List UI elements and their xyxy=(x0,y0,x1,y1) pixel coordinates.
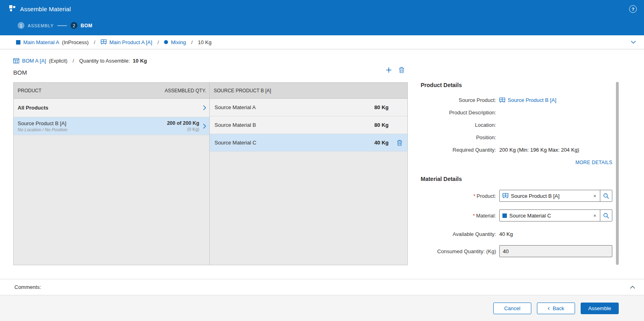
step-1-circle: 1 xyxy=(18,22,24,29)
breadcrumb-quantity: 10 Kg xyxy=(198,39,211,45)
step-2-circle: 2 xyxy=(71,22,77,29)
product-row-title: Source Product B [A] xyxy=(18,120,67,126)
bom-section-title: BOM xyxy=(13,69,27,76)
material-row[interactable]: Source Material B 80 Kg xyxy=(210,116,407,134)
search-icon[interactable] xyxy=(600,210,612,221)
all-products-row[interactable]: All Products xyxy=(14,99,209,117)
bom-toolbar xyxy=(386,67,404,73)
app-icon xyxy=(9,5,16,13)
col-assembled-qty: ASSEMBLED QTY. xyxy=(165,88,206,93)
material-icon xyxy=(502,213,507,218)
bom-type: (Explicit) xyxy=(49,58,67,64)
assemble-button[interactable]: Assemble xyxy=(581,303,619,314)
bom-table-icon xyxy=(13,58,19,63)
product-icon xyxy=(499,98,505,103)
details-panel: Product Details Source Product: Source P… xyxy=(421,82,612,265)
consumed-qty-row: Consumed Quantity: (Kg) xyxy=(421,245,612,257)
materials-header: SOURCE PRODUCT B [A] xyxy=(210,83,407,99)
breadcrumb-separator: / xyxy=(158,39,159,45)
bom-table: PRODUCT ASSEMBLED QTY. All Products Sour… xyxy=(13,82,408,265)
detail-row: Position: xyxy=(421,131,612,144)
chevron-down-icon[interactable] xyxy=(631,41,636,44)
app-header: Assemble Material ? 1 ASSEMBLY 2 BOM xyxy=(0,0,644,35)
chevron-up-icon[interactable] xyxy=(630,286,635,289)
step-1-label: ASSEMBLY xyxy=(28,23,54,28)
detail-row: Source Product: Source Product B [A] xyxy=(421,94,612,106)
breadcrumb-separator: / xyxy=(94,39,95,45)
materials-pane: SOURCE PRODUCT B [A] Source Material A 8… xyxy=(209,83,407,265)
clear-icon[interactable]: × xyxy=(589,213,600,219)
col-product: PRODUCT xyxy=(18,88,41,93)
material-icon xyxy=(16,40,20,45)
detail-row: Product Description: xyxy=(421,106,612,119)
context-breadcrumb: Main Material A (InProcess) / Main Produ… xyxy=(0,35,644,49)
product-field-row: *Product: Source Product B [A] × xyxy=(421,190,612,202)
required-asterisk: * xyxy=(473,213,475,219)
materials-empty-area xyxy=(210,152,407,265)
product-selector[interactable]: Source Product B [A] × xyxy=(499,190,612,202)
product-row-subtitle: No Location / No Position xyxy=(18,127,67,132)
breadcrumb-operation-link[interactable]: Mixing xyxy=(171,39,186,45)
more-details-link[interactable]: MORE DETAILS xyxy=(575,160,612,165)
bom-breadcrumb: BOM A [A] (Explicit) / Quantity to Assem… xyxy=(13,58,147,64)
bom-link[interactable]: BOM A [A] xyxy=(22,58,46,64)
product-selector-value: Source Product B [A] xyxy=(511,193,589,199)
material-details-title: Material Details xyxy=(421,176,612,182)
chevron-left-icon: ‹ xyxy=(548,305,550,311)
material-field-row: *Material: Source Material C × xyxy=(421,209,612,221)
material-row-selected[interactable]: Source Material C 40 Kg xyxy=(210,134,407,152)
step-2-label: BOM xyxy=(81,23,93,28)
product-icon xyxy=(502,193,508,199)
breadcrumb-product-link[interactable]: Main Product A [A] xyxy=(109,39,152,45)
operation-icon xyxy=(164,40,168,44)
delete-icon[interactable] xyxy=(399,67,404,73)
comments-label: Comments: xyxy=(14,284,41,290)
comments-section: Comments: xyxy=(0,279,644,295)
required-qty-value: 200 Kg (Min: 196 Kg Max: 204 Kg) xyxy=(499,147,579,153)
wizard-steps: 1 ASSEMBLY 2 BOM xyxy=(18,22,93,29)
cancel-button[interactable]: Cancel xyxy=(493,303,531,314)
products-empty-area xyxy=(14,135,209,265)
products-header: PRODUCT ASSEMBLED QTY. xyxy=(14,83,209,99)
assemble-qty-label: Quantity to Assemble: xyxy=(79,58,130,64)
breadcrumb-separator: / xyxy=(191,39,193,45)
chevron-right-icon xyxy=(203,124,206,129)
help-icon[interactable]: ? xyxy=(629,5,637,13)
delete-row-icon[interactable] xyxy=(397,140,402,146)
material-row[interactable]: Source Material A 80 Kg xyxy=(210,99,407,116)
assemble-material-window: Assemble Material ? 1 ASSEMBLY 2 BOM Mai… xyxy=(0,0,644,321)
source-product-link[interactable]: Source Product B [A] xyxy=(508,97,556,103)
detail-row: Required Quantity: 200 Kg (Min: 196 Kg M… xyxy=(421,144,612,156)
breadcrumb-material-link[interactable]: Main Material A xyxy=(23,39,59,45)
page-title: Assemble Material xyxy=(20,6,71,12)
consumed-quantity-input[interactable] xyxy=(499,245,612,257)
vertical-scrollbar[interactable] xyxy=(616,82,619,265)
product-icon xyxy=(101,39,107,45)
step-bom[interactable]: 2 BOM xyxy=(71,22,93,29)
search-icon[interactable] xyxy=(600,190,612,201)
required-asterisk: * xyxy=(474,193,476,199)
detail-row: Location: xyxy=(421,119,612,131)
step-assembly[interactable]: 1 ASSEMBLY xyxy=(18,22,54,29)
add-row-icon[interactable] xyxy=(386,67,392,73)
back-button[interactable]: ‹ Back xyxy=(537,303,575,314)
footer-bar: Cancel ‹ Back Assemble xyxy=(0,295,644,321)
product-row-qty: 200 of 200 Kg xyxy=(167,120,199,126)
chevron-right-icon xyxy=(203,105,206,110)
available-qty-value: 40 Kg xyxy=(499,231,513,237)
material-selector[interactable]: Source Material C × xyxy=(499,209,612,221)
product-details-title: Product Details xyxy=(421,82,612,88)
available-qty-row: Available Quantity: 40 Kg xyxy=(421,229,612,239)
product-row-qty-sub: (0 Kg) xyxy=(167,127,199,132)
breadcrumb-separator: / xyxy=(73,58,74,64)
product-row-selected[interactable]: Source Product B [A] No Location / No Po… xyxy=(14,117,209,135)
clear-icon[interactable]: × xyxy=(589,193,600,199)
material-status: (InProcess) xyxy=(62,39,89,45)
col-source-product: SOURCE PRODUCT B [A] xyxy=(214,88,271,93)
products-pane: PRODUCT ASSEMBLED QTY. All Products Sour… xyxy=(14,83,209,265)
assemble-qty-value: 10 Kg xyxy=(133,58,147,64)
step-connector xyxy=(57,25,67,26)
material-selector-value: Source Material C xyxy=(509,213,589,219)
